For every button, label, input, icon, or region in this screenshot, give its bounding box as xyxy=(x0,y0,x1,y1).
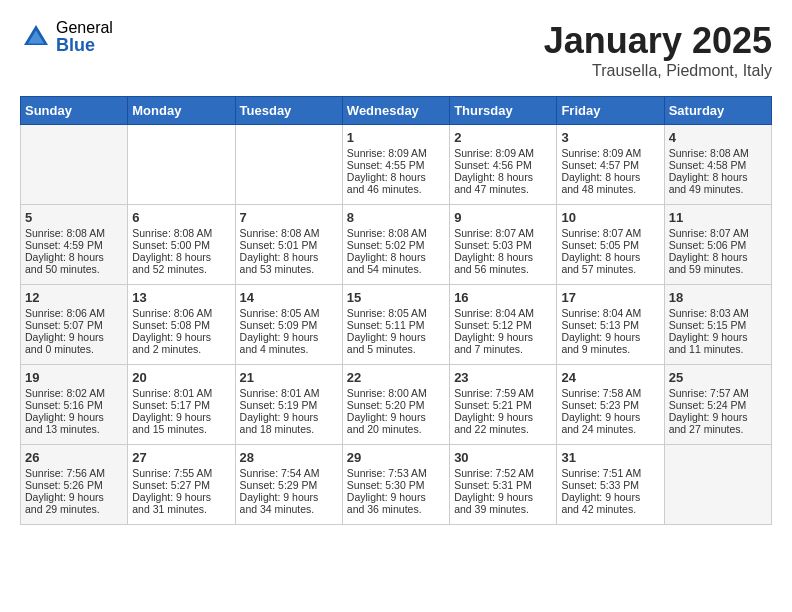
calendar-cell: 6Sunrise: 8:08 AMSunset: 5:00 PMDaylight… xyxy=(128,205,235,285)
calendar: SundayMondayTuesdayWednesdayThursdayFrid… xyxy=(20,96,772,525)
calendar-cell: 2Sunrise: 8:09 AMSunset: 4:56 PMDaylight… xyxy=(450,125,557,205)
calendar-cell: 11Sunrise: 8:07 AMSunset: 5:06 PMDayligh… xyxy=(664,205,771,285)
cell-content: and 29 minutes. xyxy=(25,503,123,515)
day-number: 19 xyxy=(25,370,123,385)
col-tuesday: Tuesday xyxy=(235,97,342,125)
cell-content: Daylight: 9 hours xyxy=(347,331,445,343)
day-number: 9 xyxy=(454,210,552,225)
cell-content: Sunrise: 7:51 AM xyxy=(561,467,659,479)
calendar-cell: 22Sunrise: 8:00 AMSunset: 5:20 PMDayligh… xyxy=(342,365,449,445)
cell-content: and 13 minutes. xyxy=(25,423,123,435)
cell-content: and 52 minutes. xyxy=(132,263,230,275)
cell-content: Daylight: 9 hours xyxy=(561,411,659,423)
calendar-cell: 25Sunrise: 7:57 AMSunset: 5:24 PMDayligh… xyxy=(664,365,771,445)
cell-content: Daylight: 9 hours xyxy=(347,411,445,423)
cell-content: Daylight: 9 hours xyxy=(454,491,552,503)
day-number: 11 xyxy=(669,210,767,225)
cell-content: Sunset: 5:27 PM xyxy=(132,479,230,491)
cell-content: and 42 minutes. xyxy=(561,503,659,515)
day-number: 24 xyxy=(561,370,659,385)
calendar-cell: 16Sunrise: 8:04 AMSunset: 5:12 PMDayligh… xyxy=(450,285,557,365)
day-number: 15 xyxy=(347,290,445,305)
cell-content: Daylight: 9 hours xyxy=(240,411,338,423)
cell-content: Sunrise: 8:08 AM xyxy=(25,227,123,239)
cell-content: and 47 minutes. xyxy=(454,183,552,195)
cell-content: Sunrise: 8:09 AM xyxy=(561,147,659,159)
col-wednesday: Wednesday xyxy=(342,97,449,125)
cell-content: Sunset: 4:59 PM xyxy=(25,239,123,251)
day-number: 22 xyxy=(347,370,445,385)
calendar-cell: 5Sunrise: 8:08 AMSunset: 4:59 PMDaylight… xyxy=(21,205,128,285)
col-thursday: Thursday xyxy=(450,97,557,125)
cell-content: Daylight: 8 hours xyxy=(347,171,445,183)
cell-content: Daylight: 9 hours xyxy=(561,331,659,343)
cell-content: and 46 minutes. xyxy=(347,183,445,195)
cell-content: Sunrise: 8:01 AM xyxy=(240,387,338,399)
day-number: 26 xyxy=(25,450,123,465)
calendar-cell: 23Sunrise: 7:59 AMSunset: 5:21 PMDayligh… xyxy=(450,365,557,445)
calendar-cell: 14Sunrise: 8:05 AMSunset: 5:09 PMDayligh… xyxy=(235,285,342,365)
day-number: 8 xyxy=(347,210,445,225)
calendar-cell: 13Sunrise: 8:06 AMSunset: 5:08 PMDayligh… xyxy=(128,285,235,365)
day-number: 6 xyxy=(132,210,230,225)
cell-content: Sunset: 5:02 PM xyxy=(347,239,445,251)
week-row-3: 12Sunrise: 8:06 AMSunset: 5:07 PMDayligh… xyxy=(21,285,772,365)
cell-content: and 24 minutes. xyxy=(561,423,659,435)
day-number: 1 xyxy=(347,130,445,145)
cell-content: Sunset: 5:12 PM xyxy=(454,319,552,331)
cell-content: Daylight: 9 hours xyxy=(240,491,338,503)
day-number: 17 xyxy=(561,290,659,305)
cell-content: Sunset: 4:56 PM xyxy=(454,159,552,171)
week-row-5: 26Sunrise: 7:56 AMSunset: 5:26 PMDayligh… xyxy=(21,445,772,525)
day-number: 3 xyxy=(561,130,659,145)
cell-content: and 0 minutes. xyxy=(25,343,123,355)
calendar-cell: 8Sunrise: 8:08 AMSunset: 5:02 PMDaylight… xyxy=(342,205,449,285)
cell-content: Sunrise: 8:03 AM xyxy=(669,307,767,319)
week-row-1: 1Sunrise: 8:09 AMSunset: 4:55 PMDaylight… xyxy=(21,125,772,205)
cell-content: Sunrise: 7:55 AM xyxy=(132,467,230,479)
cell-content: and 22 minutes. xyxy=(454,423,552,435)
cell-content: and 48 minutes. xyxy=(561,183,659,195)
cell-content: Sunset: 5:26 PM xyxy=(25,479,123,491)
day-number: 23 xyxy=(454,370,552,385)
day-number: 20 xyxy=(132,370,230,385)
cell-content: Sunset: 5:08 PM xyxy=(132,319,230,331)
cell-content: Sunset: 4:55 PM xyxy=(347,159,445,171)
month-year: January 2025 xyxy=(544,20,772,62)
cell-content: Sunset: 5:17 PM xyxy=(132,399,230,411)
cell-content: and 53 minutes. xyxy=(240,263,338,275)
title-block: January 2025 Trausella, Piedmont, Italy xyxy=(544,20,772,80)
cell-content: Daylight: 9 hours xyxy=(25,411,123,423)
cell-content: Sunrise: 7:59 AM xyxy=(454,387,552,399)
cell-content: Sunrise: 8:00 AM xyxy=(347,387,445,399)
cell-content: and 56 minutes. xyxy=(454,263,552,275)
cell-content: Sunset: 5:29 PM xyxy=(240,479,338,491)
cell-content: Sunrise: 8:08 AM xyxy=(240,227,338,239)
cell-content: Sunset: 5:33 PM xyxy=(561,479,659,491)
calendar-cell: 30Sunrise: 7:52 AMSunset: 5:31 PMDayligh… xyxy=(450,445,557,525)
cell-content: Daylight: 9 hours xyxy=(454,331,552,343)
logo-text: General Blue xyxy=(56,20,113,54)
cell-content: Sunrise: 8:09 AM xyxy=(454,147,552,159)
cell-content: Sunset: 5:21 PM xyxy=(454,399,552,411)
logo: General Blue xyxy=(20,20,113,54)
cell-content: Sunset: 4:58 PM xyxy=(669,159,767,171)
cell-content: Sunset: 5:23 PM xyxy=(561,399,659,411)
day-number: 21 xyxy=(240,370,338,385)
cell-content: Sunrise: 8:04 AM xyxy=(454,307,552,319)
cell-content: and 54 minutes. xyxy=(347,263,445,275)
cell-content: Sunset: 5:07 PM xyxy=(25,319,123,331)
cell-content: Daylight: 9 hours xyxy=(132,411,230,423)
cell-content: Daylight: 9 hours xyxy=(132,331,230,343)
day-number: 28 xyxy=(240,450,338,465)
week-row-4: 19Sunrise: 8:02 AMSunset: 5:16 PMDayligh… xyxy=(21,365,772,445)
cell-content: Sunset: 5:30 PM xyxy=(347,479,445,491)
cell-content: Sunrise: 8:08 AM xyxy=(347,227,445,239)
cell-content: Daylight: 8 hours xyxy=(240,251,338,263)
day-number: 14 xyxy=(240,290,338,305)
cell-content: Sunrise: 8:04 AM xyxy=(561,307,659,319)
cell-content: Daylight: 9 hours xyxy=(132,491,230,503)
cell-content: Daylight: 8 hours xyxy=(454,251,552,263)
cell-content: Daylight: 8 hours xyxy=(669,171,767,183)
cell-content: Sunset: 5:20 PM xyxy=(347,399,445,411)
